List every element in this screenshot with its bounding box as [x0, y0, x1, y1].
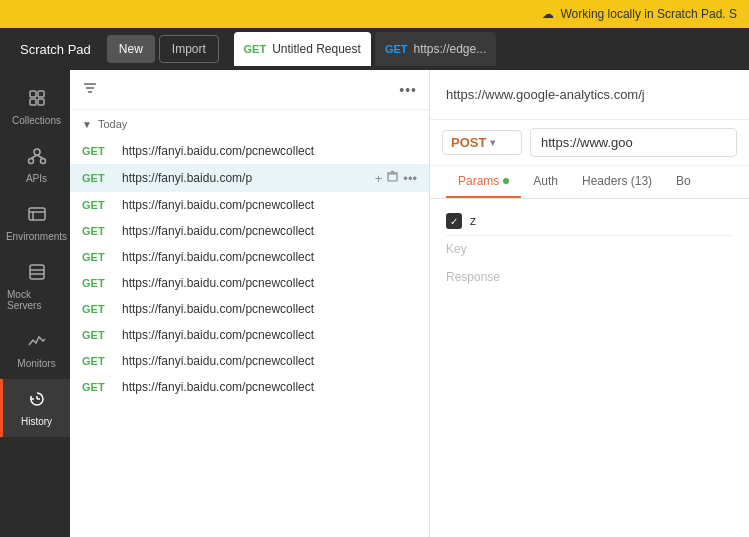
history-entry[interactable]: GET https://fanyi.baidu.com/pcnewcollect: [70, 218, 429, 244]
environments-label: Environments: [6, 231, 67, 242]
method-chevron: ▾: [490, 137, 495, 148]
scratch-pad-title: Scratch Pad: [8, 42, 103, 57]
entry-url: https://fanyi.baidu.com/pcnewcollect: [122, 224, 417, 238]
param-checkbox[interactable]: ✓: [446, 213, 462, 229]
params-content: ✓ z Key Response: [430, 199, 749, 537]
history-entry[interactable]: GET https://fanyi.baidu.com/pcnewcollect: [70, 374, 429, 400]
svg-rect-12: [30, 265, 44, 279]
sidebar-item-history[interactable]: History: [0, 379, 70, 437]
import-button[interactable]: Import: [159, 35, 219, 63]
svg-point-6: [40, 159, 45, 164]
entry-url: https://fanyi.baidu.com/p: [122, 171, 367, 185]
notification-message: Working locally in Scratch Pad. S: [560, 7, 737, 21]
svg-rect-9: [29, 208, 45, 220]
body-label: Bo: [676, 174, 691, 188]
mock-servers-label: Mock Servers: [7, 289, 66, 311]
history-entry[interactable]: GET https://fanyi.baidu.com/pcnewcollect: [70, 270, 429, 296]
chevron-icon: ▼: [82, 119, 92, 130]
history-entry[interactable]: GET https://fanyi.baidu.com/pcnewcollect: [70, 322, 429, 348]
mock-servers-icon: [27, 262, 47, 285]
apis-icon: [27, 146, 47, 169]
entry-url: https://fanyi.baidu.com/pcnewcollect: [122, 328, 417, 342]
auth-label: Auth: [533, 174, 558, 188]
collections-icon: [27, 88, 47, 111]
url-full-display: https://www.google-analytics.com/j: [446, 87, 645, 102]
history-toolbar: •••: [70, 70, 429, 110]
history-list: ▼ Today GET https://fanyi.baidu.com/pcne…: [70, 110, 429, 537]
response-label: Response: [446, 262, 733, 292]
entry-url: https://fanyi.baidu.com/pcnewcollect: [122, 276, 417, 290]
date-label-text: Today: [98, 118, 127, 130]
method-badge: GET: [82, 145, 114, 157]
icon-nav: Collections APIs: [0, 70, 70, 537]
tab-params[interactable]: Params: [446, 166, 521, 198]
sidebar-item-mock-servers[interactable]: Mock Servers: [0, 252, 70, 321]
svg-rect-20: [388, 174, 397, 181]
tab-untitled-request[interactable]: GET Untitled Request: [234, 32, 371, 66]
history-entry[interactable]: GET https://fanyi.baidu.com/pcnewcollect: [70, 296, 429, 322]
tab-edge[interactable]: GET https://edge...: [375, 32, 496, 66]
svg-line-7: [31, 155, 37, 159]
history-entry[interactable]: GET https://fanyi.baidu.com/pcnewcollect: [70, 244, 429, 270]
request-tabs: Params Auth Headers (13) Bo: [430, 166, 749, 199]
tab-headers[interactable]: Headers (13): [570, 166, 664, 198]
new-button[interactable]: New: [107, 35, 155, 63]
delete-icon[interactable]: [386, 170, 399, 186]
params-dot: [503, 178, 509, 184]
method-badge: GET: [82, 381, 114, 393]
right-panel: https://www.google-analytics.com/j POST …: [430, 70, 749, 537]
tab-bar: Scratch Pad New Import GET Untitled Requ…: [0, 28, 749, 70]
method-selector[interactable]: POST ▾: [442, 130, 522, 155]
tab-body[interactable]: Bo: [664, 166, 703, 198]
svg-point-5: [28, 159, 33, 164]
param-row: ✓ z: [446, 207, 733, 236]
method-badge: GET: [82, 277, 114, 289]
sidebar-item-monitors[interactable]: Monitors: [0, 321, 70, 379]
method-badge: GET: [82, 355, 114, 367]
entry-actions: + •••: [375, 170, 417, 186]
filter-icon[interactable]: [82, 80, 98, 99]
svg-rect-1: [38, 91, 44, 97]
svg-line-8: [37, 155, 43, 159]
tab-method-get2: GET: [385, 43, 408, 55]
sidebar-item-collections[interactable]: Collections: [0, 78, 70, 136]
param-key[interactable]: z: [470, 214, 476, 228]
entry-url: https://fanyi.baidu.com/pcnewcollect: [122, 380, 417, 394]
more-icon[interactable]: •••: [403, 171, 417, 186]
main-layout: Collections APIs: [0, 70, 749, 537]
method-badge: GET: [82, 329, 114, 341]
method-badge: GET: [82, 303, 114, 315]
monitors-label: Monitors: [17, 358, 55, 369]
method-badge: GET: [82, 225, 114, 237]
method-badge: GET: [82, 172, 114, 184]
key-placeholder: Key: [446, 236, 733, 262]
request-url-bar: https://www.google-analytics.com/j: [430, 70, 749, 120]
sidebar-item-environments[interactable]: Environments: [0, 194, 70, 252]
add-icon[interactable]: +: [375, 171, 383, 186]
headers-label: Headers (13): [582, 174, 652, 188]
more-options-icon[interactable]: •••: [399, 82, 417, 98]
method-badge: GET: [82, 199, 114, 211]
tab-auth[interactable]: Auth: [521, 166, 570, 198]
svg-rect-0: [30, 91, 36, 97]
history-entry[interactable]: GET https://fanyi.baidu.com/pcnewcollect: [70, 192, 429, 218]
history-entry[interactable]: GET https://fanyi.baidu.com/pcnewcollect: [70, 138, 429, 164]
entry-url: https://fanyi.baidu.com/pcnewcollect: [122, 144, 417, 158]
history-icon: [27, 389, 47, 412]
entry-url: https://fanyi.baidu.com/pcnewcollect: [122, 250, 417, 264]
params-label: Params: [458, 174, 499, 188]
history-panel: ••• ▼ Today GET https://fanyi.baidu.com/…: [70, 70, 430, 537]
method-badge: GET: [82, 251, 114, 263]
monitors-icon: [27, 331, 47, 354]
history-date-label[interactable]: ▼ Today: [82, 118, 417, 130]
history-date-group-today: ▼ Today: [70, 110, 429, 138]
entry-url: https://fanyi.baidu.com/pcnewcollect: [122, 302, 417, 316]
collections-label: Collections: [12, 115, 61, 126]
tab-method-get: GET: [244, 43, 267, 55]
svg-point-4: [34, 149, 40, 155]
cloud-icon: ☁: [542, 7, 554, 21]
history-entry-selected[interactable]: GET https://fanyi.baidu.com/p + •••: [70, 164, 429, 192]
sidebar-item-apis[interactable]: APIs: [0, 136, 70, 194]
url-input[interactable]: https://www.goo: [530, 128, 737, 157]
history-entry[interactable]: GET https://fanyi.baidu.com/pcnewcollect: [70, 348, 429, 374]
